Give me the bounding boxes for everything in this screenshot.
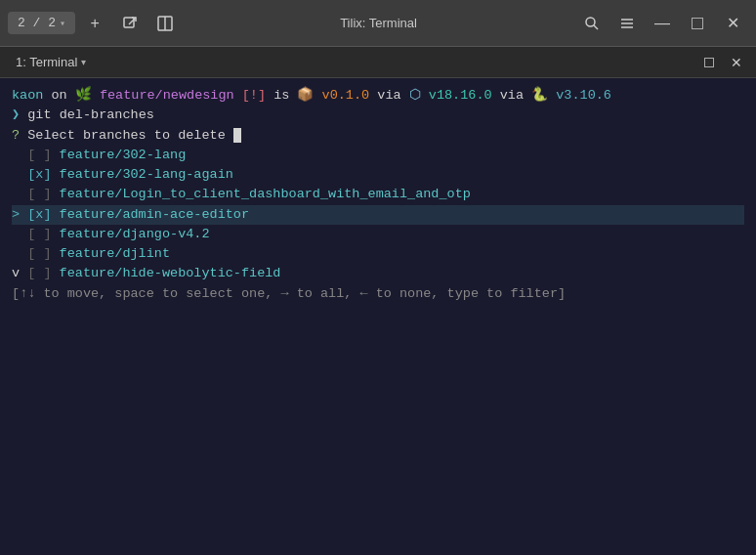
window-title: Tilix: Terminal	[181, 16, 576, 30]
branch-line-4: > [x] feature/admin-ace-editor	[12, 205, 744, 225]
chevron-down-icon: ▾	[60, 18, 65, 29]
command-line: ❯ git del-branches	[12, 106, 744, 125]
tab-selector[interactable]: 2 / 2 ▾	[8, 12, 75, 34]
branch-line-2: [x] feature/302-lang-again	[12, 165, 744, 185]
tab-close-button[interactable]: ✕	[725, 51, 748, 74]
window-controls: — ✕	[576, 8, 748, 39]
close-button[interactable]: ✕	[717, 8, 748, 39]
question-line: ? Select branches to delete	[12, 126, 744, 146]
detach-button[interactable]	[114, 8, 146, 39]
tab-restore-button[interactable]	[697, 51, 721, 74]
split-button[interactable]	[149, 8, 181, 39]
prompt-line: kaon on 🌿 feature/newdesign [!] is 📦 v0.…	[12, 86, 744, 106]
branch-line-7: v [ ] feature/hide-webolytic-field	[12, 264, 744, 283]
svg-point-3	[586, 18, 595, 26]
terminal-content: kaon on 🌿 feature/newdesign [!] is 📦 v0.…	[0, 78, 756, 555]
minimize-button[interactable]: —	[647, 8, 678, 39]
add-tab-button[interactable]: +	[79, 8, 110, 39]
cursor	[233, 128, 241, 143]
svg-line-4	[594, 25, 598, 29]
terminal-tabbar: 1: Terminal ▾ ✕	[0, 47, 756, 78]
restore-icon	[704, 58, 714, 67]
branch-line-1: [ ] feature/302-lang	[12, 146, 744, 165]
titlebar: 2 / 2 ▾ + Tilix: Terminal — ✕	[0, 0, 756, 47]
maximize-icon	[692, 18, 703, 29]
svg-rect-0	[124, 18, 134, 27]
tab-group: 2 / 2 ▾ +	[8, 8, 181, 39]
username: kaon	[12, 88, 43, 103]
terminal-tab[interactable]: 1: Terminal ▾	[8, 51, 94, 73]
menu-button[interactable]	[611, 8, 643, 39]
branch-line-3: [ ] feature/Login_to_client_dashboard_wi…	[12, 185, 744, 204]
branch-line-5: [ ] feature/django-v4.2	[12, 225, 744, 244]
tabbar-right-controls: ✕	[697, 51, 748, 74]
maximize-button[interactable]	[682, 8, 713, 39]
branch-line-6: [ ] feature/djlint	[12, 244, 744, 264]
search-button[interactable]	[576, 8, 608, 39]
tab-count: 2 / 2	[18, 16, 56, 30]
terminal-tab-label: 1: Terminal	[16, 55, 77, 69]
tab-chevron-icon: ▾	[81, 57, 86, 67]
hint-line: [↑↓ to move, space to select one, → to a…	[12, 284, 744, 304]
